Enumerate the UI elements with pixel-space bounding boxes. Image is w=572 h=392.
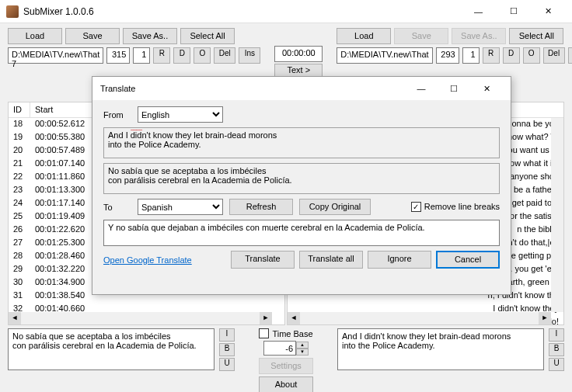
ignore-button[interactable]: Ignore — [368, 251, 431, 269]
translate-dialog: Translate — ☐ ✕ From English And I didn'… — [92, 76, 511, 295]
right-scroll-x[interactable]: ◄► — [288, 312, 551, 324]
left-scroll-x[interactable]: ◄► — [9, 312, 272, 324]
dialog-close-button[interactable]: ✕ — [470, 78, 503, 99]
spin-down-icon[interactable]: ▼ — [296, 349, 309, 356]
from-language-select[interactable]: English — [138, 106, 223, 123]
left-o-button[interactable]: O — [194, 47, 211, 64]
remove-breaks-checkbox[interactable]: ✓Remove line breaks — [411, 202, 500, 212]
time-display[interactable]: 00:00:00 — [274, 46, 323, 62]
right-count-input[interactable]: 293 — [436, 47, 459, 64]
right-path-input[interactable]: D:\MEDIA\TV.new\That — [337, 47, 432, 64]
left-path-input[interactable]: D:\MEDIA\TV.new\That 7 — [8, 47, 103, 64]
col-start[interactable]: Start — [30, 102, 97, 117]
titlebar: SubMixer 1.0.0.6 — ☐ ✕ — [0, 0, 572, 23]
offset-input[interactable] — [263, 341, 296, 356]
left-underline-button[interactable]: U — [219, 358, 235, 371]
right-saveas-button: Save As.. — [452, 28, 506, 44]
col-id[interactable]: ID — [9, 102, 30, 117]
right-format-buttons: I B U — [549, 328, 564, 371]
spin-up-icon[interactable]: ▲ — [296, 342, 309, 349]
settings-button: Settings — [259, 358, 313, 374]
right-index-input[interactable]: 1 — [462, 47, 480, 64]
reference-text-display: No sabía que se aceptaba a los imbéciles… — [103, 163, 500, 194]
right-italic-button[interactable]: I — [549, 328, 564, 342]
translate-all-button[interactable]: Translate all — [299, 251, 363, 269]
result-text-input[interactable]: Y no sabía que dejaban a imbéciles con m… — [103, 220, 500, 246]
copy-original-button[interactable]: Copy Original — [299, 199, 371, 215]
right-o-button[interactable]: O — [523, 47, 540, 64]
dialog-title: Translate — [100, 84, 135, 93]
cancel-button[interactable]: Cancel — [436, 251, 500, 269]
right-bold-button[interactable]: B — [549, 343, 564, 356]
timebase-label: Time Base — [272, 329, 312, 338]
left-ins-button[interactable]: Ins — [239, 47, 260, 64]
left-format-buttons: I B U — [219, 328, 235, 371]
window-title: SubMixer 1.0.0.6 — [23, 6, 461, 17]
left-editor[interactable]: No sabía que se aceptaba a los imbéciles… — [8, 328, 214, 370]
right-load-button[interactable]: Load — [337, 28, 391, 44]
left-r-button[interactable]: R — [153, 47, 170, 64]
dialog-maximize-button[interactable]: ☐ — [438, 78, 470, 99]
right-editor[interactable]: And I didn't know they let brain-dead mo… — [337, 328, 544, 370]
offset-spinner[interactable]: ▲▼ — [263, 341, 309, 356]
left-saveas-button[interactable]: Save As.. — [123, 28, 177, 44]
source-text-display: And I didn't~~~~ know they let brain-dea… — [103, 127, 500, 158]
dialog-titlebar: Translate — ☐ ✕ — [92, 77, 511, 100]
from-label: From — [103, 110, 131, 120]
left-index-input[interactable]: 1 — [133, 47, 150, 64]
refresh-button[interactable]: Refresh — [229, 199, 293, 215]
right-del-button[interactable]: Del — [543, 47, 565, 64]
right-ins-button[interactable]: Ins — [568, 47, 572, 64]
right-selectall-button[interactable]: Select All — [509, 28, 563, 44]
minimize-button[interactable]: — — [461, 0, 496, 23]
right-save-button: Save — [394, 28, 448, 44]
right-r-button[interactable]: R — [483, 47, 500, 64]
right-d-button[interactable]: D — [503, 47, 520, 64]
right-scroll-y[interactable] — [551, 118, 563, 312]
dialog-minimize-button[interactable]: — — [405, 78, 438, 99]
close-button[interactable]: ✕ — [531, 0, 566, 23]
right-underline-button[interactable]: U — [549, 358, 564, 371]
translate-button[interactable]: Translate — [231, 251, 295, 269]
timebase-checkbox[interactable]: Time Base — [259, 328, 312, 338]
left-selectall-button[interactable]: Select All — [180, 28, 235, 44]
maximize-button[interactable]: ☐ — [496, 0, 531, 23]
center-controls: Time Base ▲▼ Settings About — [239, 328, 333, 392]
to-language-select[interactable]: Spanish — [138, 199, 223, 215]
to-label: To — [103, 203, 131, 212]
left-load-button[interactable]: Load — [8, 28, 62, 44]
app-icon — [6, 5, 19, 18]
left-italic-button[interactable]: I — [219, 328, 235, 342]
about-button[interactable]: About — [259, 376, 313, 392]
left-count-input[interactable]: 315 — [106, 47, 130, 64]
open-google-link[interactable]: Open Google Translate — [103, 255, 192, 265]
left-del-button[interactable]: Del — [214, 47, 235, 64]
left-bold-button[interactable]: B — [219, 343, 235, 356]
left-save-button[interactable]: Save — [65, 28, 120, 44]
bottom-editors: No sabía que se aceptaba a los imbéciles… — [0, 325, 572, 392]
left-d-button[interactable]: D — [173, 47, 190, 64]
